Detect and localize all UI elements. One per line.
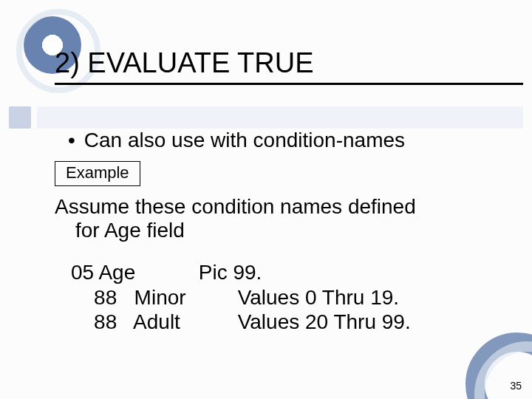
code-block: 05 Age Pic 99. 88 Minor Values 0 Thru 19… (71, 260, 411, 335)
bullet-row: • Can also use with condition-names (68, 129, 405, 152)
assume-line-2: for Age field (55, 219, 510, 242)
slide: 2) EVALUATE TRUE • Can also use with con… (0, 0, 532, 399)
code-line-1: 05 Age Pic 99. (71, 261, 262, 284)
example-label: Example (66, 163, 129, 182)
bullet-dot-icon: • (68, 129, 75, 152)
bullet-text: Can also use with condition-names (84, 129, 405, 152)
header-band (37, 106, 523, 129)
title-underline (55, 83, 523, 85)
decorative-donut-bottom-right (466, 332, 532, 399)
page-number: 35 (510, 380, 522, 392)
left-accent-square (9, 106, 31, 129)
assume-line-1: Assume these condition names defined (55, 195, 416, 218)
slide-title: 2) EVALUATE TRUE (55, 47, 314, 79)
assume-text: Assume these condition names defined for… (55, 195, 510, 242)
code-line-3: 88 Adult Values 20 Thru 99. (71, 310, 411, 333)
code-line-2: 88 Minor Values 0 Thru 19. (71, 286, 399, 309)
example-label-box: Example (55, 161, 140, 186)
